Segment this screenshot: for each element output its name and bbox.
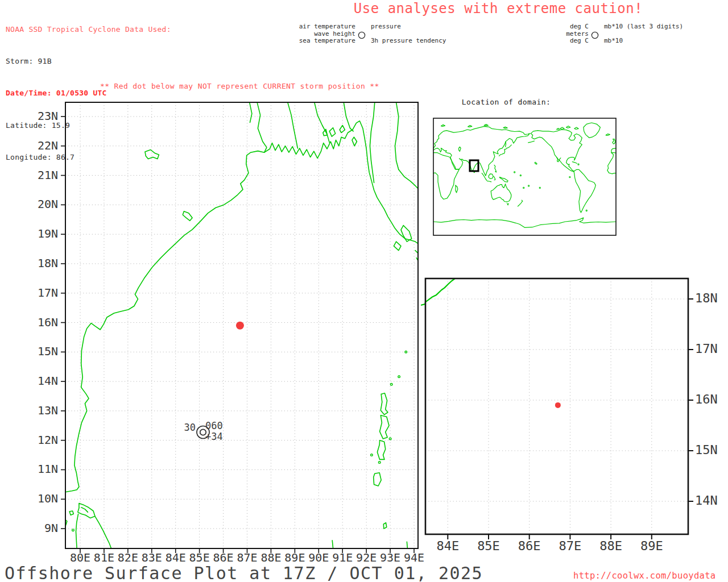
main-map-lat-label: 16N <box>20 315 58 329</box>
legend-pressure: pressure <box>367 23 458 31</box>
zoom-map-ticks <box>448 299 693 539</box>
zoom-map-lon-label: 87E <box>550 539 590 553</box>
main-map-lat-label: 20N <box>20 197 58 211</box>
caution-banner: Use analyses with extreme caution! <box>271 1 726 16</box>
main-map-lat-label: 9N <box>20 521 58 535</box>
storm-position-dot <box>236 322 244 330</box>
legend-3h-pressure-tendency: 3h pressure tendency <box>367 38 458 45</box>
main-map-lat-label: 10N <box>20 492 58 505</box>
station-model-legend-parameters: air temperature pressure wave height sea… <box>284 23 458 45</box>
zoom-map-lat-label: 18N <box>695 291 727 305</box>
station-model-legend-units: deg C mb*10 (last 3 digits) meters deg C… <box>555 23 702 45</box>
main-map-lat-label: 18N <box>20 256 58 270</box>
legend-unit-mb10-last3: mb*10 (last 3 digits) <box>600 23 702 31</box>
storm-info-storm: Storm: 91B <box>6 56 171 67</box>
legend-air-temperature: air temperature <box>284 23 355 31</box>
main-map-lat-label: 12N <box>20 433 58 447</box>
main-map-lat-label: 13N <box>20 404 58 417</box>
zoom-map-lat-label: 16N <box>695 392 727 406</box>
station-plot: 30 060 +34 <box>184 420 223 442</box>
main-map-lat-label: 17N <box>20 286 58 300</box>
legend-unit-degc-top: deg C <box>555 23 589 31</box>
station-air-temperature-value: 30 <box>184 422 196 433</box>
zoom-map-lon-label: 88E <box>591 539 631 553</box>
zoom-map-lat-label: 17N <box>695 342 727 356</box>
zoom-map-coastlines <box>421 278 455 305</box>
zoom-map-lon-label: 84E <box>428 539 468 553</box>
zoom-map-lon-label: 89E <box>632 539 672 553</box>
plot-title: Offshore Surface Plot at 17Z / OCT 01, 2… <box>5 563 483 582</box>
main-map-lat-label: 15N <box>20 344 58 358</box>
offshore-surface-plot-page: NOAA SSD Tropical Cyclone Data Used: Sto… <box>0 0 728 582</box>
domain-location-box <box>470 160 478 171</box>
zoom-map-lon-label: 86E <box>510 539 549 553</box>
world-map-frame <box>433 118 616 235</box>
station-pressure-tendency-value: +34 <box>205 431 223 442</box>
storm-position-warning: ** Red dot below may NOT represent CURRE… <box>100 82 379 90</box>
legend-unit-degc-bottom: deg C <box>555 38 589 45</box>
world-coastlines <box>433 123 616 227</box>
main-map-lat-label: 21N <box>20 168 58 182</box>
main-map-lat-label: 23N <box>20 109 58 123</box>
main-map-lat-label: 19N <box>20 227 58 240</box>
legend-unit-mb10: mb*10 <box>600 38 702 45</box>
zoom-map <box>421 276 697 549</box>
storm-position-dot-zoom <box>555 402 561 408</box>
main-map-lon-label: 94E <box>397 551 431 564</box>
source-url[interactable]: http://coolwx.com/buoydata <box>573 571 715 581</box>
zoom-map-lat-label: 15N <box>695 443 727 457</box>
zoom-map-lon-label: 85E <box>469 539 508 553</box>
main-map-lat-label: 11N <box>20 462 58 476</box>
legend-sea-temperature: sea temperature <box>284 38 355 45</box>
domain-inset-title: Location of domain: <box>444 98 569 106</box>
main-map-ticks <box>61 117 414 553</box>
main-map-lat-label: 14N <box>20 374 58 388</box>
main-map: 30 060 +34 <box>59 101 428 556</box>
world-locator-map <box>432 117 617 238</box>
station-pressure-value: 060 <box>205 420 223 431</box>
storm-info-source: NOAA SSD Tropical Cyclone Data Used: <box>6 24 171 35</box>
zoom-map-lat-label: 14N <box>695 493 727 508</box>
main-map-lat-label: 22N <box>20 139 58 152</box>
